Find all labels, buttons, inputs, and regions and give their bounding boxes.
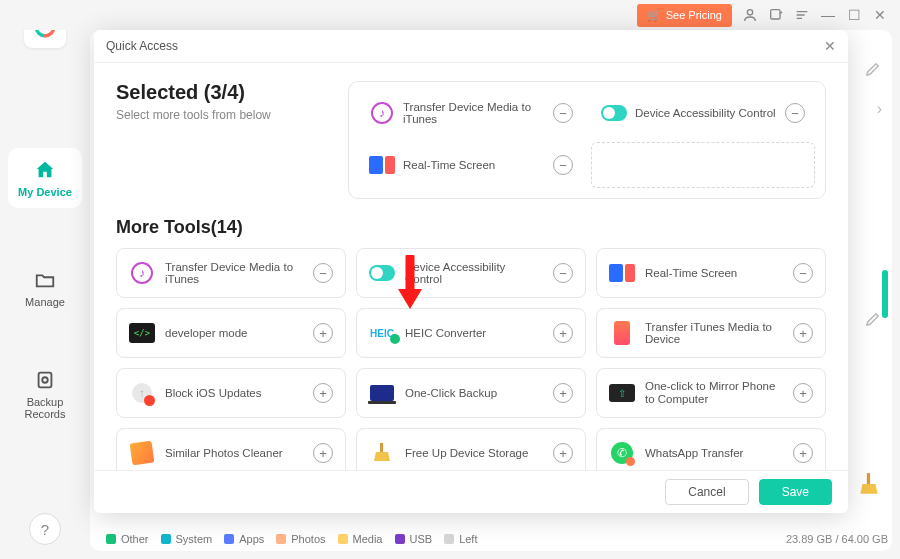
user-icon[interactable] <box>742 7 758 23</box>
sidebar-item-backup-records[interactable]: Backup Records <box>8 358 82 430</box>
tool-developer-mode[interactable]: </> developer mode + <box>116 308 346 358</box>
svg-rect-4 <box>867 473 870 484</box>
tool-label: Transfer iTunes Media to Device <box>645 321 783 345</box>
selected-header: Selected (3/4) <box>116 81 326 104</box>
tool-block-ios-updates[interactable]: ↑ Block iOS Updates + <box>116 368 346 418</box>
save-button[interactable]: Save <box>759 479 832 505</box>
tool-free-up-device-storage[interactable]: Free Up Device Storage + <box>356 428 586 470</box>
photos-icon <box>129 440 155 466</box>
modal-title: Quick Access <box>106 39 178 53</box>
tool-label: Device Accessibility Control <box>405 261 543 285</box>
tool-one-click-backup[interactable]: One-Click Backup + <box>356 368 586 418</box>
legend-swatch-photos <box>276 534 286 544</box>
tool-label: Similar Photos Cleaner <box>165 447 303 459</box>
remove-button[interactable]: − <box>553 103 573 123</box>
itunes-icon <box>369 100 395 126</box>
close-icon[interactable]: ✕ <box>824 38 836 54</box>
tool-label: Real-Time Screen <box>645 267 783 279</box>
add-button[interactable]: + <box>313 323 333 343</box>
add-button[interactable]: + <box>553 443 573 463</box>
legend-swatch-usb <box>395 534 405 544</box>
sidebar-item-my-device[interactable]: My Device <box>8 148 82 208</box>
window-maximize-icon[interactable]: ☐ <box>846 7 862 23</box>
legend-label: Other <box>121 533 149 545</box>
remove-button[interactable]: − <box>553 155 573 175</box>
add-button[interactable]: + <box>313 443 333 463</box>
svg-point-0 <box>747 10 752 15</box>
storage-legend: Other System Apps Photos Media USB Left … <box>106 533 888 545</box>
tool-label: Free Up Device Storage <box>405 447 543 459</box>
phone-icon <box>609 320 635 346</box>
see-pricing-button[interactable]: 🛒 See Pricing <box>637 4 732 27</box>
svg-rect-1 <box>771 10 780 19</box>
empty-slot[interactable] <box>591 142 815 188</box>
help-button[interactable]: ? <box>29 513 61 545</box>
tool-transfer-itunes-media-to-device[interactable]: Transfer iTunes Media to Device + <box>596 308 826 358</box>
selected-subheader: Select more tools from below <box>116 108 326 122</box>
cart-icon: 🛒 <box>647 9 661 22</box>
more-tools-header: More Tools(14) <box>116 217 826 238</box>
screens-icon <box>609 260 635 286</box>
tool-real-time-screen[interactable]: Real-Time Screen − <box>596 248 826 298</box>
tool-label: Device Accessibility Control <box>635 107 777 119</box>
legend-label: Left <box>459 533 477 545</box>
tool-one-click-mirror[interactable]: ⇧ One-click to Mirror Phone to Computer … <box>596 368 826 418</box>
legend-label: Photos <box>291 533 325 545</box>
remove-button[interactable]: − <box>313 263 333 283</box>
whatsapp-icon: ✆ <box>609 440 635 466</box>
terminal-icon: </> <box>129 320 155 346</box>
edit-icon[interactable] <box>864 60 882 82</box>
sidebar-item-manage[interactable]: Manage <box>8 258 82 318</box>
add-button[interactable]: + <box>793 323 813 343</box>
add-button[interactable]: + <box>793 383 813 403</box>
sidebar: My Device Manage Backup Records ? <box>0 0 90 559</box>
laptop-icon <box>369 380 395 406</box>
storage-capacity: 23.89 GB / 64.00 GB <box>786 533 888 545</box>
chevron-right-icon[interactable]: › <box>877 100 882 118</box>
remove-button[interactable]: − <box>553 263 573 283</box>
edit-icon[interactable] <box>864 310 882 332</box>
window-close-icon[interactable]: ✕ <box>872 7 888 23</box>
block-updates-icon: ↑ <box>129 380 155 406</box>
tool-label: HEIC Converter <box>405 327 543 339</box>
menu-icon[interactable] <box>794 7 810 23</box>
folder-icon <box>33 268 57 292</box>
home-icon <box>33 158 57 182</box>
scrollbar-thumb[interactable] <box>882 270 888 318</box>
selected-tool-real-time-screen: Real-Time Screen − <box>359 142 583 188</box>
svg-rect-2 <box>39 373 52 388</box>
add-button[interactable]: + <box>553 323 573 343</box>
sidebar-item-label: Backup Records <box>8 396 82 420</box>
broom-icon <box>369 440 395 466</box>
cancel-button[interactable]: Cancel <box>665 479 748 505</box>
legend-swatch-left <box>444 534 454 544</box>
svg-point-3 <box>42 377 48 383</box>
toggle-icon <box>369 260 395 286</box>
tool-label: WhatsApp Transfer <box>645 447 783 459</box>
itunes-icon <box>129 260 155 286</box>
selected-tool-transfer-device-media: Transfer Device Media to iTunes − <box>359 92 583 134</box>
add-button[interactable]: + <box>553 383 573 403</box>
window-minimize-icon[interactable]: — <box>820 7 836 23</box>
tool-whatsapp-transfer[interactable]: ✆ WhatsApp Transfer + <box>596 428 826 470</box>
add-button[interactable]: + <box>313 383 333 403</box>
remove-button[interactable]: − <box>793 263 813 283</box>
tool-label: developer mode <box>165 327 303 339</box>
backup-icon <box>33 368 57 392</box>
tool-device-accessibility-control[interactable]: Device Accessibility Control − <box>356 248 586 298</box>
legend-label: USB <box>410 533 433 545</box>
broom-icon[interactable] <box>856 471 882 501</box>
remove-button[interactable]: − <box>785 103 805 123</box>
legend-swatch-media <box>338 534 348 544</box>
legend-swatch-apps <box>224 534 234 544</box>
quick-access-modal: Quick Access ✕ Selected (3/4) Select mor… <box>94 30 848 513</box>
heic-icon: HEIC <box>369 320 395 346</box>
legend-swatch-system <box>161 534 171 544</box>
add-button[interactable]: + <box>793 443 813 463</box>
tool-transfer-device-media-to-itunes[interactable]: Transfer Device Media to iTunes − <box>116 248 346 298</box>
tool-heic-converter[interactable]: HEIC HEIC Converter + <box>356 308 586 358</box>
legend-label: Media <box>353 533 383 545</box>
tool-similar-photos-cleaner[interactable]: Similar Photos Cleaner + <box>116 428 346 470</box>
toggle-icon <box>601 100 627 126</box>
feedback-icon[interactable] <box>768 7 784 23</box>
